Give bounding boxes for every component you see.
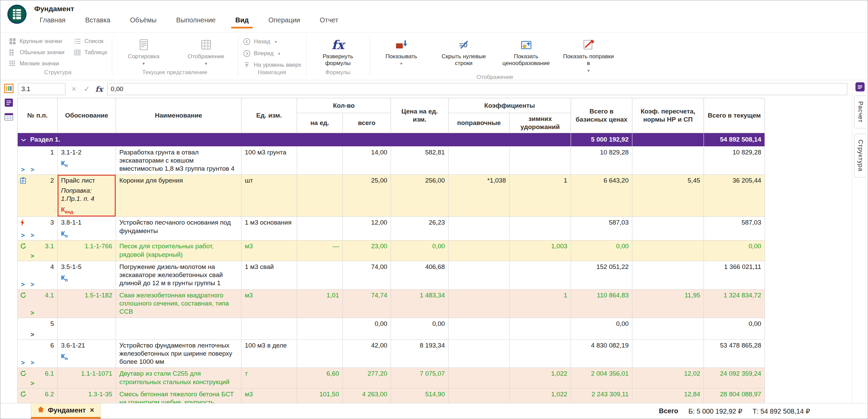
cell-price[interactable]: 582,81 bbox=[391, 146, 449, 175]
expand-chevron[interactable]: > bbox=[21, 232, 25, 238]
cell-coef-corrective[interactable] bbox=[449, 289, 510, 318]
cell-unit[interactable]: 1 м3 свай bbox=[241, 261, 297, 289]
cell-qty-per[interactable]: — bbox=[297, 240, 343, 261]
document-tab[interactable]: Фундамент × bbox=[31, 403, 101, 419]
display-view-button[interactable]: Отображение ▾ bbox=[179, 36, 233, 66]
expand-chevron[interactable]: > bbox=[31, 380, 34, 386]
col-header-unit[interactable]: Ед. изм. bbox=[241, 98, 297, 133]
chevron-down-icon[interactable] bbox=[21, 135, 26, 144]
cell-price[interactable]: 256,00 bbox=[391, 175, 449, 217]
table-row[interactable]: 3.1>>1.1-1-766Песок для строительных раб… bbox=[18, 240, 765, 261]
cell-num[interactable]: 2 bbox=[18, 175, 58, 217]
cell-coef-recalc[interactable] bbox=[632, 146, 704, 175]
cell-unit[interactable]: м3 bbox=[241, 388, 297, 403]
cell-coef-winter[interactable] bbox=[510, 217, 571, 240]
table-view-button[interactable]: Таблица bbox=[73, 49, 107, 56]
cell-coef-recalc[interactable] bbox=[632, 318, 704, 339]
table-row[interactable]: 4.1>>1.5-1-182Свая железобетонная квадра… bbox=[18, 289, 765, 318]
close-icon[interactable]: × bbox=[90, 406, 94, 415]
col-header-total-current[interactable]: Всего в текущем bbox=[704, 98, 765, 133]
cell-num[interactable]: 6.2>> bbox=[18, 388, 58, 403]
cancel-icon[interactable]: × bbox=[70, 85, 78, 93]
cell-num[interactable]: 4>> bbox=[18, 261, 58, 289]
forward-button[interactable]: Вперед ▾ bbox=[243, 50, 301, 57]
sorting-button[interactable]: Сортировка ▾ bbox=[117, 36, 171, 66]
col-header-coefficients[interactable]: Коэффициенты bbox=[449, 98, 571, 113]
expand-chevron[interactable]: > bbox=[31, 281, 34, 288]
cell-price[interactable]: 8 193,34 bbox=[391, 339, 449, 368]
cell-justification[interactable]: 3.8-1-1Кп bbox=[58, 217, 116, 240]
cell-total-current[interactable]: 0,00 bbox=[704, 318, 765, 339]
table-row[interactable]: 5>>0,000,000,000,00 bbox=[18, 318, 765, 339]
cell-coef-corrective[interactable] bbox=[449, 318, 510, 339]
cell-justification[interactable]: 1.3-1-35 bbox=[58, 388, 116, 403]
cell-total-basis[interactable]: 0,00 bbox=[571, 318, 632, 339]
expand-formulas-button[interactable]: fx Развернуть формулы bbox=[311, 36, 365, 67]
table-row[interactable]: 4>>3.5-1-5КпПогружение дизель-молотом на… bbox=[18, 261, 765, 289]
show-pricing-button[interactable]: Показать ценообразование bbox=[499, 36, 553, 67]
expand-chevron[interactable]: > bbox=[31, 232, 34, 238]
cell-name[interactable]: Свая железобетонная квадратного сплошног… bbox=[116, 289, 241, 318]
cell-qty-per[interactable] bbox=[297, 175, 343, 217]
table-row[interactable]: 2Прайс листПоправка: 1.Пр.1. п. 4КиндКор… bbox=[18, 175, 765, 217]
cell-coef-winter[interactable]: 1 bbox=[510, 175, 571, 217]
list-view-button[interactable]: Список bbox=[73, 38, 107, 45]
expand-chevron[interactable]: > bbox=[21, 166, 25, 173]
cell-total-current[interactable]: 10 829,28 bbox=[704, 146, 765, 175]
hide-zero-rows-button[interactable]: =0 Скрыть нулевые строки bbox=[437, 36, 491, 67]
confirm-icon[interactable]: ✓ bbox=[82, 85, 91, 93]
tab-operations[interactable]: Операции bbox=[263, 14, 305, 28]
cell-num[interactable]: 6>> bbox=[18, 339, 58, 368]
cell-name[interactable]: Устройство песчаного основания под фунда… bbox=[116, 217, 241, 240]
col-header-qty[interactable]: Кол-во bbox=[297, 98, 391, 113]
cell-coef-recalc[interactable] bbox=[632, 261, 704, 289]
cell-total-current[interactable]: 24 092 359,24 bbox=[704, 368, 765, 388]
cell-total-basis[interactable]: 6 643,20 bbox=[571, 175, 632, 217]
cell-qty-total[interactable]: 25,00 bbox=[343, 175, 391, 217]
cell-qty-per[interactable] bbox=[297, 339, 343, 368]
col-header-justification[interactable]: Обоснование bbox=[58, 98, 116, 133]
cell-name[interactable]: Коронки для бурения bbox=[116, 175, 241, 217]
section-row[interactable]: Раздел 1.5 000 192,9254 892 508,14 bbox=[18, 133, 765, 146]
col-header-coef-corrective[interactable]: поправочные bbox=[449, 113, 510, 133]
cell-coef-corrective[interactable] bbox=[449, 261, 510, 289]
table-row[interactable]: 6.1>>1.1-1-1071Двутавр из стали С255 для… bbox=[18, 368, 765, 388]
tab-report[interactable]: Отчет bbox=[314, 14, 344, 28]
cell-justification[interactable]: 1.1-1-766 bbox=[58, 240, 116, 261]
cell-coef-recalc[interactable] bbox=[632, 240, 704, 261]
cell-name[interactable]: Разработка грунта в отвал экскаваторами … bbox=[116, 146, 241, 175]
back-button[interactable]: Назад ▾ bbox=[243, 38, 301, 45]
table-row[interactable]: 6>>3.6-1-21КпУстройство фундаментов лент… bbox=[18, 339, 765, 368]
cell-total-basis[interactable]: 110 864,83 bbox=[571, 289, 632, 318]
cell-total-basis[interactable]: 2 004 356,01 bbox=[571, 368, 632, 388]
col-header-coef-winter[interactable]: зимних удорожаний bbox=[510, 113, 571, 133]
cell-name[interactable]: Устройство фундаментов ленточных железоб… bbox=[116, 339, 241, 368]
expand-chevron[interactable]: > bbox=[31, 166, 34, 173]
cell-total-current[interactable]: 53 478 865,28 bbox=[704, 339, 765, 368]
cell-price[interactable]: 0,00 bbox=[391, 240, 449, 261]
cell-justification[interactable]: 1.5-1-182 bbox=[58, 289, 116, 318]
cell-qty-per[interactable]: 1,01 bbox=[297, 289, 343, 318]
expand-chevron[interactable]: > bbox=[21, 281, 25, 288]
cell-coef-winter[interactable]: 1,022 bbox=[510, 388, 571, 403]
cell-coef-recalc[interactable]: 12,84 bbox=[632, 388, 704, 403]
cell-qty-total[interactable]: 42,00 bbox=[343, 339, 391, 368]
cell-qty-total[interactable]: 4 263,00 bbox=[343, 388, 391, 403]
formula-input[interactable] bbox=[107, 83, 847, 95]
cell-num[interactable]: 4.1>> bbox=[18, 289, 58, 318]
cell-unit[interactable]: шт bbox=[241, 175, 297, 217]
cell-coef-corrective[interactable] bbox=[449, 388, 510, 403]
tab-execution[interactable]: Выполнение bbox=[171, 14, 221, 28]
show-corrections-button[interactable]: Показать поправки в ▾ bbox=[562, 36, 615, 73]
cell-qty-total[interactable]: 277,20 bbox=[343, 368, 391, 388]
tab-calculation[interactable]: Расчет bbox=[854, 96, 866, 128]
coefficient-badge[interactable]: Кп bbox=[61, 352, 112, 361]
estimate-view-panel-button[interactable] bbox=[3, 83, 14, 94]
col-header-qty-per[interactable]: на ед. bbox=[297, 113, 343, 133]
cell-justification[interactable] bbox=[58, 318, 116, 339]
cell-coef-recalc[interactable] bbox=[632, 217, 704, 240]
col-header-num[interactable]: № п.п. bbox=[18, 98, 58, 133]
cell-name[interactable]: Песок для строительных работ, рядовой (к… bbox=[116, 240, 241, 261]
cell-total-basis[interactable]: 0,00 bbox=[571, 240, 632, 261]
cell-total-basis[interactable]: 4 830 082,19 bbox=[571, 339, 632, 368]
